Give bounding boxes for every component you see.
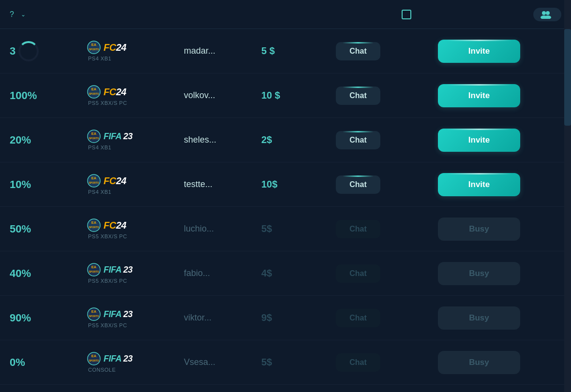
table-row-3: 20% EA SPORTS FIFA 23 PS4 XB1 sheles...2… xyxy=(0,118,571,162)
svg-text:EA: EA xyxy=(91,87,97,91)
chat-cell: Chat xyxy=(319,353,397,372)
game-platform: PS5 XBX/S PC xyxy=(87,278,127,284)
ea-badge-icon: EA SPORTS xyxy=(87,263,101,276)
game-platform: PS5 XBX/S PC xyxy=(87,322,127,328)
svg-text:EA: EA xyxy=(91,220,97,225)
game-logo: EA SPORTS FIFA 23 xyxy=(87,130,133,143)
game-platform: PS4 XB1 xyxy=(87,56,111,61)
game-logo: EA SPORTS FIFA 23 xyxy=(87,307,133,321)
svg-text:EA: EA xyxy=(91,265,97,269)
svg-text:SPORTS: SPORTS xyxy=(89,181,99,184)
scrollbar-thumb[interactable] xyxy=(564,29,571,126)
table-row-7: 90% EA SPORTS FIFA 23 PS5 XBX/S PC vikto… xyxy=(0,296,571,340)
action-cell: Busy xyxy=(397,262,561,285)
chat-button[interactable]: Chat xyxy=(336,42,380,60)
table-header: ? ⌄ xyxy=(0,0,571,29)
invite-button[interactable]: Invite xyxy=(438,173,520,196)
game-cell: EA SPORTS FIFA 23 PS5 XBX/S PC xyxy=(87,263,184,284)
player-name: luchio... xyxy=(184,224,261,234)
action-cell: Invite xyxy=(397,173,561,196)
ea-badge-icon: EA SPORTS xyxy=(87,218,101,232)
winrate-cell: 0% xyxy=(10,356,87,369)
table-row-8: 0% EA SPORTS FIFA 23 CONSOLE Vsesa...5$ … xyxy=(0,340,571,385)
game-cell: EA SPORTS FC24 PS5 XBX/S PC xyxy=(87,85,184,106)
chat-cell: Chat xyxy=(319,175,397,194)
ea-badge-icon: EA SPORTS xyxy=(87,174,101,188)
invite-button[interactable]: Invite xyxy=(438,129,520,152)
game-platform: PS4 XB1 xyxy=(87,145,111,150)
ea-badge-icon: EA SPORTS xyxy=(87,130,101,143)
ea-badge-icon: EA SPORTS xyxy=(87,307,101,321)
winrate-cell: 20% xyxy=(10,134,87,146)
svg-text:EA: EA xyxy=(91,354,97,358)
chat-button[interactable]: Chat xyxy=(336,131,380,149)
bid-amount: 10$ xyxy=(261,179,319,190)
winrate-cell: 10% xyxy=(10,178,87,191)
chat-cell: Chat xyxy=(319,264,397,283)
game-logo: EA SPORTS FIFA 23 xyxy=(87,263,133,276)
busy-button: Busy xyxy=(438,351,520,374)
chat-button[interactable]: Chat xyxy=(336,309,380,327)
ea-badge-icon: EA SPORTS xyxy=(87,85,101,99)
svg-text:EA: EA xyxy=(91,43,97,47)
svg-text:SPORTS: SPORTS xyxy=(89,270,99,273)
game-cell: EA SPORTS FIFA 23 PS4 XB1 xyxy=(87,130,184,150)
svg-text:EA: EA xyxy=(91,131,97,136)
scrollbar[interactable] xyxy=(564,0,571,392)
game-logo: EA SPORTS FC24 xyxy=(87,41,126,54)
invite-button[interactable]: Invite xyxy=(438,40,520,63)
chat-cell: Chat xyxy=(319,220,397,238)
rows-container: 3 EA SPORTS FC24 PS4 XB1 madar...5 $ Cha… xyxy=(0,29,571,385)
bid-amount: 2$ xyxy=(261,134,319,145)
chat-button[interactable]: Chat xyxy=(336,264,380,283)
bid-amount: 10 $ xyxy=(261,90,319,101)
winrate-value: 100% xyxy=(10,89,37,102)
invite-button[interactable]: Invite xyxy=(438,84,520,107)
chat-cell: Chat xyxy=(319,309,397,327)
svg-text:EA: EA xyxy=(91,309,97,314)
svg-point-0 xyxy=(542,11,546,15)
svg-text:SPORTS: SPORTS xyxy=(89,48,99,51)
table-row-2: 100% EA SPORTS FC24 PS5 XBX/S PC volkov.… xyxy=(0,73,571,118)
header-winrate[interactable]: ? ⌄ xyxy=(10,10,87,19)
game-platform: CONSOLE xyxy=(87,367,116,373)
winrate-value: 10% xyxy=(10,178,31,191)
svg-text:SPORTS: SPORTS xyxy=(89,359,99,362)
svg-point-1 xyxy=(546,11,550,15)
chat-cell: Chat xyxy=(319,131,397,149)
winrate-value: 20% xyxy=(10,134,31,146)
winrate-value: 90% xyxy=(10,312,31,324)
game-cell: EA SPORTS FC24 PS4 XB1 xyxy=(87,41,184,61)
chat-cell: Chat xyxy=(319,42,397,60)
action-cell: Invite xyxy=(397,40,561,63)
bid-amount: 4$ xyxy=(261,268,319,279)
svg-text:SPORTS: SPORTS xyxy=(89,226,99,229)
game-platform: PS5 XBX/S PC xyxy=(87,233,127,239)
action-cell: Busy xyxy=(397,306,561,330)
busy-button: Busy xyxy=(438,218,520,241)
svg-text:EA: EA xyxy=(91,176,97,180)
action-cell: Busy xyxy=(397,351,561,374)
chat-button[interactable]: Chat xyxy=(336,87,380,105)
game-platform: PS5 XBX/S PC xyxy=(87,100,127,106)
svg-text:SPORTS: SPORTS xyxy=(89,315,99,318)
chat-button[interactable]: Chat xyxy=(336,353,380,372)
game-platform: PS4 XB1 xyxy=(87,189,111,195)
chat-button[interactable]: Chat xyxy=(336,220,380,238)
bid-amount: 5$ xyxy=(261,223,319,234)
active-checkbox[interactable] xyxy=(402,10,411,19)
game-logo: EA SPORTS FC24 xyxy=(87,85,126,99)
svg-text:SPORTS: SPORTS xyxy=(89,92,99,95)
users-count-badge xyxy=(533,8,561,21)
winrate-cell: 90% xyxy=(10,312,87,324)
winrate-cell: 3 xyxy=(10,41,87,61)
game-cell: EA SPORTS FC24 PS4 XB1 xyxy=(87,174,184,195)
player-name: viktor... xyxy=(184,313,261,323)
action-cell: Busy xyxy=(397,218,561,241)
ea-badge-icon: EA SPORTS xyxy=(87,352,101,365)
chat-button[interactable]: Chat xyxy=(336,175,380,194)
winrate-cell: 100% xyxy=(10,89,87,102)
player-name: volkov... xyxy=(184,90,261,101)
player-name: fabio... xyxy=(184,268,261,278)
svg-text:SPORTS: SPORTS xyxy=(89,137,99,140)
